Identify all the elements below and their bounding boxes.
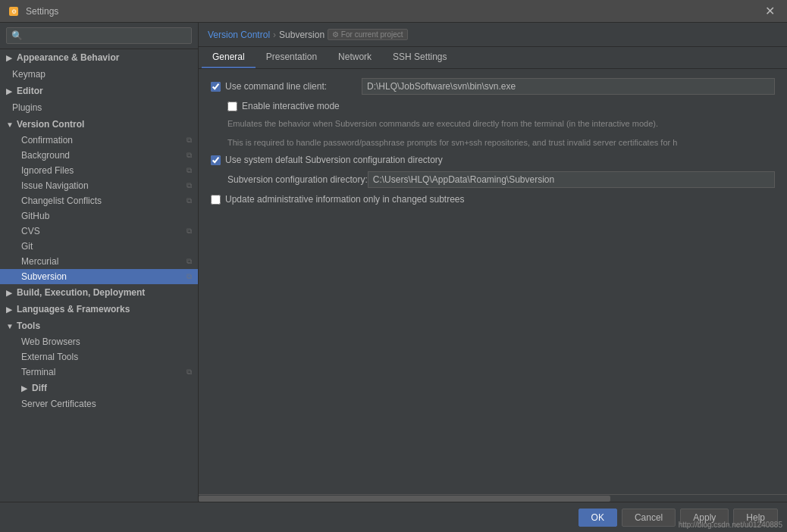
- update-admin-checkbox[interactable]: [211, 195, 221, 205]
- sidebar-item-diff[interactable]: ▶ Diff: [0, 380, 198, 396]
- cmd-client-label: Use command line client:: [225, 81, 362, 92]
- sidebar-item-subversion[interactable]: Subversion ⧉: [0, 269, 198, 284]
- sidebar: ▶ Appearance & Behavior Keymap ▶ Editor …: [0, 23, 199, 502]
- content-area: Version Control › Subversion ⚙ For curre…: [199, 23, 787, 502]
- expand-icon-diff: ▶: [21, 384, 29, 393]
- cmd-client-input[interactable]: [362, 78, 775, 95]
- sidebar-item-tools[interactable]: ▼ Tools: [0, 318, 198, 334]
- sidebar-label-build: Build, Execution, Deployment: [17, 287, 145, 298]
- update-admin-row: Update administrative information only i…: [211, 194, 775, 205]
- svg-text:⚙: ⚙: [11, 8, 17, 15]
- copy-icon-cvs: ⧉: [187, 227, 192, 236]
- use-cmd-client-checkbox[interactable]: [211, 82, 221, 92]
- sidebar-item-editor[interactable]: ▶ Editor: [0, 83, 198, 99]
- sidebar-item-github[interactable]: GitHub: [0, 208, 198, 224]
- scrollbar-area[interactable]: [199, 494, 787, 502]
- tabs-bar: General Presentation Network SSH Setting…: [199, 47, 787, 69]
- expand-icon-tools: ▼: [6, 322, 14, 330]
- sidebar-item-external-tools[interactable]: External Tools: [0, 349, 198, 365]
- system-default-checkbox[interactable]: [211, 155, 221, 165]
- breadcrumb-sep: ›: [273, 30, 276, 40]
- interactive-mode-label: Enable interactive mode: [242, 101, 340, 111]
- copy-icon-term: ⧉: [187, 368, 192, 377]
- expand-icon-lang: ▶: [6, 305, 14, 314]
- ok-button[interactable]: OK: [578, 509, 617, 527]
- close-button[interactable]: ✕: [760, 2, 779, 20]
- main-container: ▶ Appearance & Behavior Keymap ▶ Editor …: [0, 23, 787, 502]
- sidebar-label-keymap: Keymap: [12, 69, 45, 80]
- cmd-client-row: Use command line client:: [211, 78, 775, 95]
- interactive-mode-row: Enable interactive mode: [227, 101, 775, 111]
- update-admin-label: Update administrative information only i…: [225, 194, 465, 205]
- sidebar-item-git[interactable]: Git: [0, 239, 198, 254]
- sidebar-item-plugins[interactable]: Plugins: [0, 99, 198, 116]
- info-text-line1: Emulates the behavior when Subversion co…: [227, 117, 775, 130]
- sidebar-item-issue-navigation[interactable]: Issue Navigation ⧉: [0, 178, 198, 193]
- search-box: [0, 23, 198, 49]
- sidebar-item-cvs[interactable]: CVS ⧉: [0, 224, 198, 239]
- svn-config-dir-input[interactable]: [368, 171, 775, 188]
- breadcrumb-current: Subversion: [279, 30, 325, 40]
- sidebar-label-editor: Editor: [17, 86, 43, 96]
- expand-icon-build: ▶: [6, 289, 14, 297]
- sidebar-item-ignored-files[interactable]: Ignored Files ⧉: [0, 163, 198, 178]
- expand-icon-vc: ▼: [6, 120, 14, 129]
- cancel-button[interactable]: Cancel: [622, 509, 676, 527]
- sidebar-item-server-certs[interactable]: Server Certificates: [0, 396, 198, 412]
- sidebar-item-version-control[interactable]: ▼ Version Control: [0, 116, 198, 133]
- project-badge: ⚙ For current project: [328, 29, 407, 40]
- svn-config-dir-row: Subversion configuration directory:: [227, 171, 775, 188]
- sidebar-label-diff: Diff: [32, 383, 47, 393]
- system-default-row: Use system default Subversion configurat…: [211, 155, 775, 165]
- sidebar-label-languages: Languages & Frameworks: [17, 304, 130, 315]
- tab-general[interactable]: General: [202, 47, 256, 68]
- interactive-mode-checkbox[interactable]: [227, 102, 237, 111]
- sidebar-label-tools: Tools: [17, 321, 40, 331]
- sidebar-item-terminal[interactable]: Terminal ⧉: [0, 365, 198, 380]
- breadcrumb-root[interactable]: Version Control: [208, 30, 270, 40]
- tab-network[interactable]: Network: [328, 47, 382, 68]
- sidebar-item-background[interactable]: Background ⧉: [0, 148, 198, 163]
- sidebar-label-appearance: Appearance & Behavior: [17, 52, 119, 63]
- sidebar-item-confirmation[interactable]: Confirmation ⧉: [0, 133, 198, 148]
- info-text-line2: This is required to handle password/pass…: [227, 136, 775, 149]
- sidebar-item-keymap[interactable]: Keymap: [0, 66, 198, 83]
- sidebar-label-plugins: Plugins: [12, 102, 42, 113]
- titlebar: ⚙ Settings ✕: [0, 0, 787, 23]
- copy-icon-hg: ⧉: [187, 257, 192, 266]
- window-title: Settings: [26, 6, 760, 17]
- scrollbar-thumb[interactable]: [199, 496, 610, 502]
- sidebar-item-mercurial[interactable]: Mercurial ⧉: [0, 254, 198, 269]
- copy-icon-svn: ⧉: [187, 272, 192, 281]
- breadcrumb: Version Control › Subversion ⚙ For curre…: [199, 23, 787, 47]
- tab-ssh-settings[interactable]: SSH Settings: [382, 47, 457, 68]
- copy-icon-if: ⧉: [187, 166, 192, 175]
- sidebar-item-build[interactable]: ▶ Build, Execution, Deployment: [0, 284, 198, 301]
- watermark: http://blog.csdn.net/u01240885: [679, 521, 782, 529]
- system-default-label: Use system default Subversion configurat…: [225, 155, 443, 165]
- copy-icon: ⧉: [187, 136, 192, 145]
- copy-icon-in: ⧉: [187, 181, 192, 190]
- tab-presentation[interactable]: Presentation: [256, 47, 328, 68]
- search-input[interactable]: [6, 27, 192, 44]
- copy-icon-cc: ⧉: [187, 196, 192, 205]
- bottom-bar: OK Cancel Apply Help: [0, 502, 787, 532]
- sidebar-item-web-browsers[interactable]: Web Browsers: [0, 334, 198, 349]
- app-icon: ⚙: [8, 5, 20, 17]
- sidebar-label-version-control: Version Control: [17, 119, 84, 130]
- expand-icon-editor: ▶: [6, 87, 14, 95]
- copy-icon-bg: ⧉: [187, 151, 192, 160]
- sidebar-item-changelist-conflicts[interactable]: Changelist Conflicts ⧉: [0, 193, 198, 208]
- sidebar-item-languages[interactable]: ▶ Languages & Frameworks: [0, 301, 198, 318]
- expand-icon: ▶: [6, 54, 14, 62]
- svn-config-dir-label: Subversion configuration directory:: [227, 174, 368, 185]
- settings-content: Use command line client: Enable interact…: [199, 69, 787, 494]
- sidebar-item-appearance[interactable]: ▶ Appearance & Behavior: [0, 49, 198, 66]
